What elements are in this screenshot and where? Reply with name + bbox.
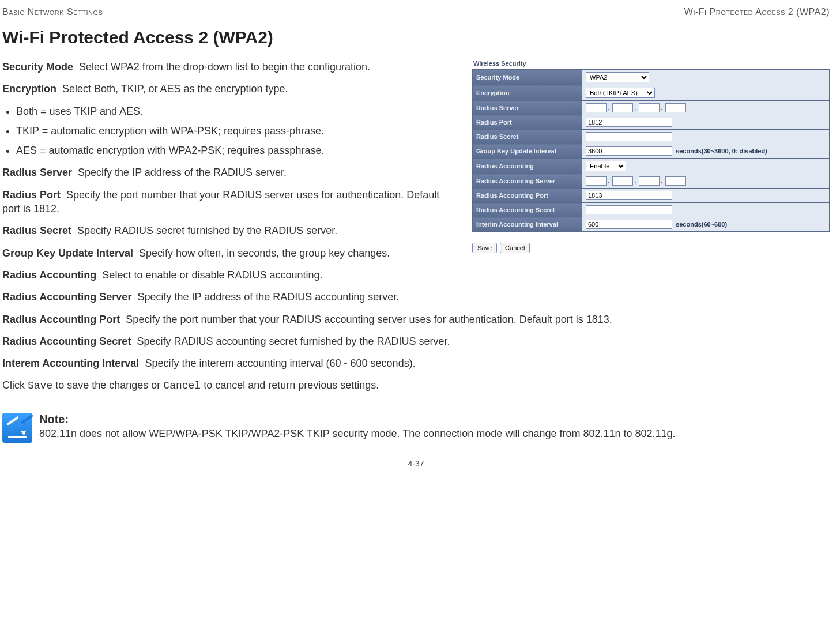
panel-heading: Wireless Security: [472, 60, 830, 67]
settings-table: Security Mode WPA2 Encryption Both(TKIP+…: [472, 69, 830, 232]
note-heading: Note:: [39, 413, 676, 426]
def-text: Specify the interem accounting interval …: [145, 357, 415, 369]
row-label: Encryption: [473, 85, 582, 101]
radius-acct-server-ip-4[interactable]: [665, 176, 686, 186]
def-text: Select Both, TKIP, or AES as the encrypt…: [62, 83, 288, 95]
security-mode-select[interactable]: WPA2: [586, 72, 649, 82]
def-text: Specify the port number that your RADIUS…: [126, 314, 612, 325]
note-icon: [2, 413, 32, 443]
table-row: Radius Server . . .: [473, 101, 830, 115]
def-text: Specify RADIUS accounting secret furnish…: [137, 336, 450, 347]
save-button[interactable]: Save: [472, 243, 497, 253]
radius-server-ip-2[interactable]: [612, 103, 633, 112]
table-row: Radius Accounting Enable: [473, 159, 830, 174]
def-label: Radius Accounting: [2, 269, 96, 281]
row-label: Radius Accounting Secret: [473, 203, 582, 217]
table-row: Encryption Both(TKIP+AES): [473, 85, 830, 101]
def-label: Interem Accounting Interval: [2, 357, 139, 369]
radius-server-ip-4[interactable]: [665, 103, 686, 112]
table-row: Security Mode WPA2: [473, 70, 830, 85]
table-row: Radius Accounting Server . . .: [473, 174, 830, 189]
def-label: Radius Secret: [2, 225, 71, 236]
table-row: Interim Accounting Interval seconds(60~6…: [473, 217, 830, 232]
def-label: Security Mode: [2, 61, 73, 73]
radius-secret-input[interactable]: [586, 132, 672, 141]
radius-acct-port-input[interactable]: [586, 191, 672, 200]
table-row: Radius Accounting Port: [473, 189, 830, 203]
radius-server-ip-3[interactable]: [639, 103, 660, 112]
interim-interval-input[interactable]: [586, 220, 672, 229]
def-label: Group Key Update Interval: [2, 247, 133, 259]
row-label: Interim Accounting Interval: [473, 217, 582, 232]
closing-sentence: Click Save to save the changes or Cancel…: [2, 378, 830, 393]
radius-port-input[interactable]: [586, 118, 672, 127]
def-text: Specify the IP address of the RADIUS ser…: [78, 167, 287, 178]
row-label: Radius Accounting Port: [473, 189, 582, 203]
row-label: Group Key Update Interval: [473, 144, 582, 159]
def-label: Radius Server: [2, 167, 72, 178]
def-text: Select to enable or disable RADIUS accou…: [102, 269, 322, 281]
row-label: Radius Accounting Server: [473, 174, 582, 189]
radius-acct-server-ip-3[interactable]: [639, 176, 660, 186]
page-title: Wi-Fi Protected Access 2 (WPA2): [2, 28, 830, 47]
table-row: Radius Secret: [473, 130, 830, 144]
wireless-security-panel: Wireless Security Security Mode WPA2 Enc…: [472, 60, 830, 253]
page-number: 4-37: [2, 459, 830, 468]
row-label: Radius Port: [473, 115, 582, 130]
group-key-interval-input[interactable]: [586, 146, 672, 156]
header-left: Basic Network Settings: [2, 7, 103, 17]
def-label: Radius Accounting Secret: [2, 336, 131, 347]
note-body: 802.11n does not allow WEP/WPA-PSK TKIP/…: [39, 427, 676, 440]
radius-acct-server-ip-2[interactable]: [612, 176, 633, 186]
cancel-button[interactable]: Cancel: [500, 243, 530, 253]
interim-hint: seconds(60~600): [676, 221, 727, 228]
radius-server-ip-1[interactable]: [586, 103, 607, 112]
row-label: Radius Server: [473, 101, 582, 115]
def-text: Specify the IP address of the RADIUS acc…: [137, 291, 399, 303]
def-text: Select WPA2 from the drop-down list to b…: [79, 61, 370, 73]
row-label: Security Mode: [473, 70, 582, 85]
radius-acct-server-ip-1[interactable]: [586, 176, 607, 186]
def-text: Specify RADIUS secret furnished by the R…: [77, 225, 337, 236]
encryption-select[interactable]: Both(TKIP+AES): [586, 88, 655, 98]
def-label: Radius Accounting Port: [2, 314, 120, 325]
table-row: Radius Port: [473, 115, 830, 130]
def-label: Radius Accounting Server: [2, 291, 131, 303]
table-row: Radius Accounting Secret: [473, 203, 830, 217]
row-label: Radius Accounting: [473, 159, 582, 174]
radius-accounting-select[interactable]: Enable: [586, 161, 626, 171]
def-text: Specify the port number that your RADIUS…: [2, 189, 439, 214]
row-label: Radius Secret: [473, 130, 582, 144]
radius-acct-secret-input[interactable]: [586, 205, 672, 214]
group-key-hint: seconds(30~3600, 0: disabled): [676, 148, 767, 155]
header-right: Wi-Fi Protected Access 2 (WPA2): [684, 7, 830, 17]
def-label: Encryption: [2, 83, 56, 95]
def-label: Radius Port: [2, 189, 61, 201]
def-text: Specify how often, in seconds, the group…: [139, 247, 390, 259]
table-row: Group Key Update Interval seconds(30~360…: [473, 144, 830, 159]
